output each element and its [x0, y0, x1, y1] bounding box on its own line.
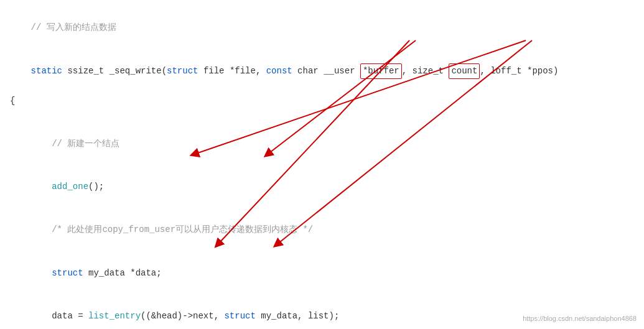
- comment-5: // 新建一个结点: [31, 139, 120, 149]
- func-list-entry: list_entry: [88, 311, 141, 321]
- keyword-struct1: struct: [167, 66, 198, 76]
- count-highlight-box: count: [449, 63, 480, 79]
- line-6: add_one();: [10, 165, 634, 208]
- func-add-one: add_one: [52, 182, 88, 192]
- watermark: https://blog.csdn.net/sandaiphon4868: [523, 313, 637, 324]
- line-5: // 新建一个结点: [10, 123, 634, 165]
- line-8: struct my_data *data;: [10, 252, 634, 295]
- keyword-const: const: [266, 66, 292, 76]
- line-1: // 写入新的结点数据: [10, 6, 634, 49]
- comment-1: // 写入新的结点数据: [31, 22, 116, 32]
- keyword-struct3: struct: [224, 311, 255, 321]
- line-2: static ssize_t _seq_write(struct file *f…: [10, 49, 634, 93]
- comment-7: /* 此处使用copy_from_user可以从用户态传递数据到内核态 */: [31, 225, 314, 234]
- code-area: // 写入新的结点数据 static ssize_t _seq_write(st…: [0, 0, 644, 329]
- line-7: /* 此处使用copy_from_user可以从用户态传递数据到内核态 */: [10, 208, 634, 251]
- line-3: {: [10, 94, 634, 108]
- line-4: [10, 108, 634, 123]
- keyword-struct2: struct: [52, 268, 83, 278]
- keyword-static: static: [31, 66, 62, 76]
- buffer-highlight-box: *buffer: [360, 63, 402, 79]
